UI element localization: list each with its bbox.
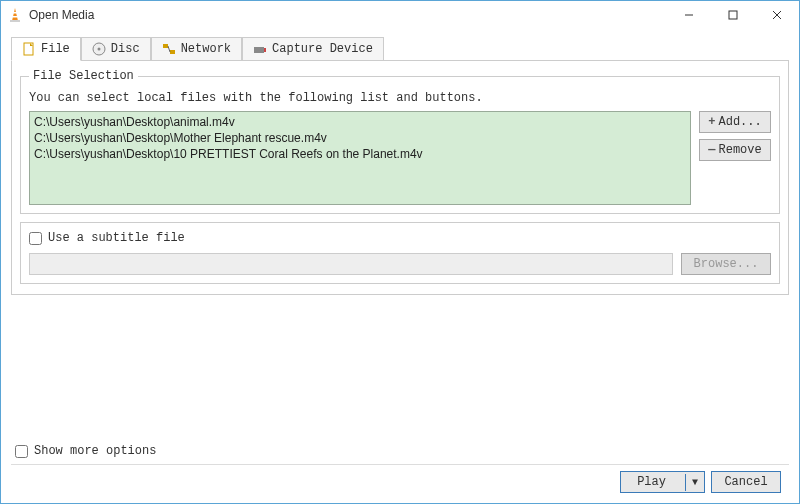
- file-list-item[interactable]: C:\Users\yushan\Desktop\Mother Elephant …: [34, 130, 686, 146]
- svg-rect-13: [170, 50, 175, 54]
- minimize-button[interactable]: [667, 1, 711, 29]
- browse-button: Browse...: [681, 253, 771, 275]
- maximize-button[interactable]: [711, 1, 755, 29]
- remove-button[interactable]: —Remove: [699, 139, 771, 161]
- svg-rect-5: [729, 11, 737, 19]
- svg-rect-15: [254, 47, 264, 53]
- svg-rect-16: [264, 48, 266, 52]
- show-more-options-label[interactable]: Show more options: [34, 444, 156, 458]
- play-button[interactable]: Play ▼: [620, 471, 705, 493]
- tab-label: Network: [181, 42, 231, 56]
- tab-file[interactable]: File: [11, 37, 81, 61]
- plus-icon: +: [708, 115, 715, 129]
- vlc-cone-icon: [7, 7, 23, 23]
- svg-marker-0: [12, 8, 18, 21]
- footer: Play ▼ Cancel: [11, 464, 789, 499]
- file-list-item[interactable]: C:\Users\yushan\Desktop\10 PRETTIEST Cor…: [34, 146, 686, 162]
- tab-label: Capture Device: [272, 42, 373, 56]
- tab-disc[interactable]: Disc: [81, 37, 151, 61]
- svg-point-11: [97, 48, 100, 51]
- tab-capture-device[interactable]: Capture Device: [242, 37, 384, 61]
- file-selection-group: File Selection You can select local file…: [20, 69, 780, 214]
- tab-label: File: [41, 42, 70, 56]
- open-media-window: Open Media File Disc Network Capture Dev…: [0, 0, 800, 504]
- svg-rect-2: [13, 12, 17, 14]
- titlebar: Open Media: [1, 1, 799, 29]
- capture-device-icon: [253, 42, 267, 56]
- tabbar: File Disc Network Capture Device: [11, 37, 789, 61]
- file-selection-legend: File Selection: [29, 69, 138, 83]
- subtitle-path-input: [29, 253, 673, 275]
- network-icon: [162, 42, 176, 56]
- file-selection-hint: You can select local files with the foll…: [29, 91, 771, 105]
- show-more-options-checkbox[interactable]: [15, 445, 28, 458]
- tab-panel-file: File Selection You can select local file…: [11, 60, 789, 295]
- cancel-button[interactable]: Cancel: [711, 471, 781, 493]
- add-button[interactable]: +Add...: [699, 111, 771, 133]
- file-list[interactable]: C:\Users\yushan\Desktop\animal.m4v C:\Us…: [29, 111, 691, 205]
- bottom-area: Show more options Play ▼ Cancel: [11, 438, 789, 499]
- svg-line-14: [168, 46, 170, 52]
- play-dropdown-icon[interactable]: ▼: [685, 474, 704, 491]
- subtitle-section: Use a subtitle file Browse...: [20, 222, 780, 284]
- svg-rect-3: [13, 16, 18, 18]
- content-area: File Disc Network Capture Device File Se…: [1, 29, 799, 503]
- use-subtitle-checkbox[interactable]: [29, 232, 42, 245]
- file-list-item[interactable]: C:\Users\yushan\Desktop\animal.m4v: [34, 114, 686, 130]
- svg-rect-1: [10, 20, 20, 22]
- svg-rect-12: [163, 44, 168, 48]
- minus-icon: —: [708, 143, 715, 157]
- file-icon: [22, 42, 36, 56]
- file-buttons: +Add... —Remove: [699, 111, 771, 205]
- close-button[interactable]: [755, 1, 799, 29]
- tab-network[interactable]: Network: [151, 37, 242, 61]
- window-title: Open Media: [29, 8, 667, 22]
- tab-label: Disc: [111, 42, 140, 56]
- disc-icon: [92, 42, 106, 56]
- use-subtitle-label[interactable]: Use a subtitle file: [48, 231, 185, 245]
